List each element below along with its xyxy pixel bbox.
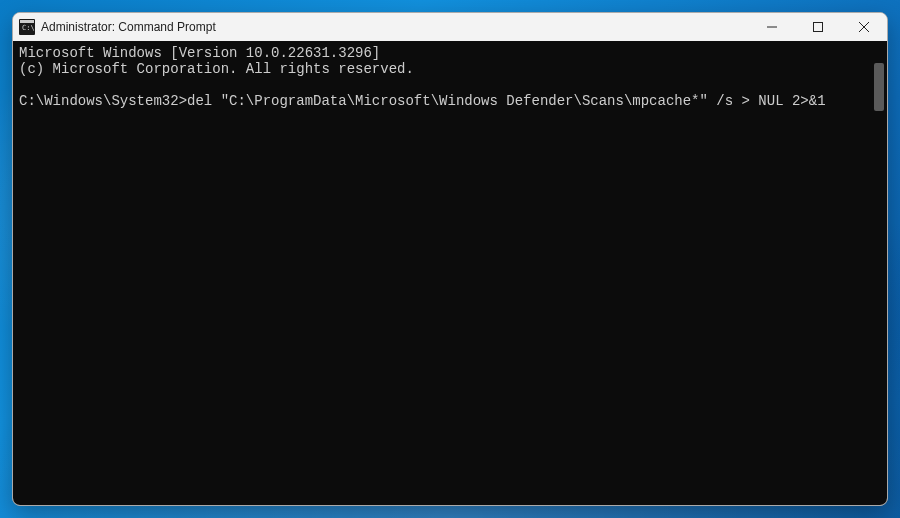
svg-text:C:\: C:\ [22, 24, 35, 32]
terminal-content: Microsoft Windows [Version 10.0.22631.32… [13, 41, 887, 113]
scrollbar-thumb[interactable] [874, 63, 884, 111]
titlebar[interactable]: C:\ Administrator: Command Prompt [13, 13, 887, 41]
maximize-button[interactable] [795, 13, 841, 41]
close-button[interactable] [841, 13, 887, 41]
minimize-button[interactable] [749, 13, 795, 41]
svg-rect-4 [814, 23, 823, 32]
version-line: Microsoft Windows [Version 10.0.22631.32… [19, 45, 380, 61]
prompt: C:\Windows\System32> [19, 93, 187, 109]
command-text: del "C:\ProgramData\Microsoft\Windows De… [187, 93, 826, 109]
terminal-area[interactable]: Microsoft Windows [Version 10.0.22631.32… [13, 41, 887, 505]
copyright-line: (c) Microsoft Corporation. All rights re… [19, 61, 414, 77]
cmd-icon: C:\ [19, 19, 35, 35]
window-controls [749, 13, 887, 41]
command-prompt-window: C:\ Administrator: Command Prompt Micros… [12, 12, 888, 506]
svg-rect-1 [20, 20, 34, 23]
window-title: Administrator: Command Prompt [41, 20, 749, 34]
